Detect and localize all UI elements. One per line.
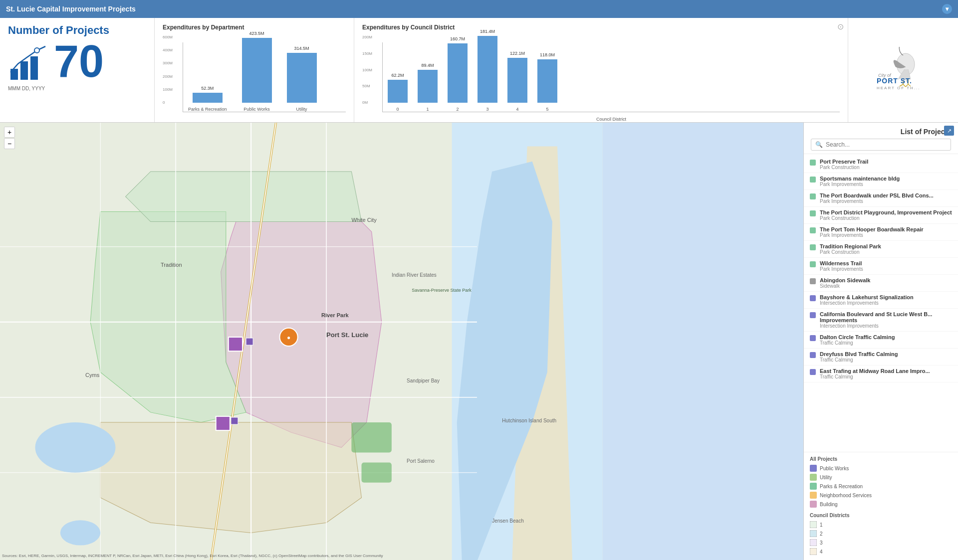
project-name: Dreyfuss Blvd Traffic Calming <box>820 351 898 357</box>
council-bar-1: 89.4M 1 <box>418 63 438 112</box>
expenditures-council-title: Expenditures by Council District <box>362 24 840 31</box>
zoom-in-button[interactable]: + <box>4 127 15 138</box>
project-info: Dreyfuss Blvd Traffic Calming Traffic Ca… <box>820 351 898 363</box>
dept-bar-utility-label: Utility <box>296 107 307 112</box>
list-item[interactable]: The Port Boardwalk under PSL Blvd Cons..… <box>804 190 958 207</box>
project-info: Dalton Circle Traffic Calming Traffic Ca… <box>820 334 895 346</box>
council-x-axis-label: Council District <box>596 117 626 122</box>
list-item[interactable]: Abingdon Sidewalk Sidewalk <box>804 275 958 292</box>
project-name: California Boulevard and St Lucie West B… <box>820 311 952 323</box>
project-name: Tradition Regional Park <box>820 243 881 249</box>
list-item[interactable]: California Boulevard and St Lucie West B… <box>804 309 958 332</box>
legend-color-dot <box>810 492 817 499</box>
project-type: Park Construction <box>820 215 952 221</box>
dept-y-axis: 600M 400M 300M 200M 100M 0 <box>163 35 173 105</box>
project-type: Sidewalk <box>820 283 870 289</box>
main-content: ● Port St. Lucie Tradition Cyms White Ci… <box>0 123 958 560</box>
list-item[interactable]: Wilderness Trail Park Improvements <box>804 258 958 275</box>
svg-text:Indian River Estates: Indian River Estates <box>392 272 437 278</box>
project-name: Abingdon Sidewalk <box>820 277 870 283</box>
svg-text:Port St. Lucie: Port St. Lucie <box>326 331 368 339</box>
projects-panel-title: Number of Projects <box>8 24 146 37</box>
dept-bar-utility-rect <box>287 53 317 103</box>
district-legend-item: 1 <box>810 520 952 529</box>
project-info: East Trafing at Midway Road Lane Impro..… <box>820 368 930 379</box>
list-item[interactable]: Dreyfuss Blvd Traffic Calming Traffic Ca… <box>804 349 958 366</box>
council-bar-0-label: 0 <box>396 107 399 112</box>
search-icon: 🔍 <box>815 141 823 148</box>
council-bar-0: 62.2M 0 <box>388 73 408 112</box>
project-dot <box>810 177 816 183</box>
legend-label: Parks & Recreation <box>820 484 863 489</box>
legend-all-projects-title: All Projects <box>810 456 952 462</box>
project-dot <box>810 244 816 250</box>
list-item[interactable]: Port Preserve Trail Park Construction <box>804 156 958 173</box>
svg-rect-1 <box>20 61 28 80</box>
svg-rect-61 <box>810 501 817 508</box>
search-input[interactable] <box>826 141 947 148</box>
district-label: 4 <box>820 549 823 555</box>
search-box[interactable]: 🔍 <box>811 139 951 151</box>
council-y-0m: 0M <box>362 100 372 105</box>
legend-section: All Projects Public Works Utility Parks … <box>804 452 958 560</box>
svg-rect-64 <box>810 539 817 546</box>
project-type: Traffic Calming <box>820 374 930 379</box>
council-bar-1-rect <box>418 70 438 103</box>
council-bar-2: 160.7M 2 <box>448 36 468 112</box>
project-name: The Port Boardwalk under PSL Blvd Cons..… <box>820 192 934 198</box>
svg-text:River Park: River Park <box>321 312 349 318</box>
list-item[interactable]: Tradition Regional Park Park Constructio… <box>804 241 958 258</box>
project-info: Wilderness Trail Park Improvements <box>820 260 863 272</box>
zoom-out-button[interactable]: − <box>4 138 15 149</box>
council-bar-3: 181.4M 3 <box>478 29 497 112</box>
council-bar-5-value: 118.0M <box>540 52 555 57</box>
user-menu-button[interactable]: ▾ <box>942 4 952 14</box>
svg-rect-42 <box>216 416 230 430</box>
list-item[interactable]: The Port District Playground, Improvemen… <box>804 207 958 224</box>
council-bar-2-label: 2 <box>456 107 459 112</box>
project-name: The Port Tom Hooper Boardwalk Repair <box>820 226 924 232</box>
projects-date-label: MMM DD, YYYY <box>8 86 146 91</box>
project-name: Port Preserve Trail <box>820 159 868 165</box>
list-item[interactable]: East Trafing at Midway Road Lane Impro..… <box>804 366 958 382</box>
trend-chart-icon <box>8 41 48 81</box>
council-bar-5-rect <box>537 59 557 103</box>
map-area[interactable]: ● Port St. Lucie Tradition Cyms White Ci… <box>0 123 803 560</box>
council-bar-0-value: 62.2M <box>391 73 404 78</box>
svg-text:HEART OF TH...: HEART OF TH... <box>877 86 921 90</box>
svg-rect-40 <box>229 337 242 351</box>
district-color-dot <box>810 548 817 555</box>
sidebar: ↗ List of Projects 🔍 Port Preserve Trail… <box>803 123 958 560</box>
council-bar-0-rect <box>388 80 408 103</box>
dept-bar-publicworks-label: Public Works <box>243 107 269 112</box>
district-legend-item: 2 <box>810 529 952 538</box>
dept-bar-utility-value: 314.5M <box>294 46 309 51</box>
panel-expand-icon[interactable]: ⊙ <box>837 22 844 31</box>
project-dot <box>810 312 816 318</box>
svg-text:Hutchinson Island South: Hutchinson Island South <box>502 418 556 423</box>
svg-rect-2 <box>30 56 38 80</box>
svg-rect-65 <box>810 548 817 555</box>
legend-items: Public Works Utility Parks & Recreation … <box>810 464 952 509</box>
council-bar-3-label: 3 <box>486 107 488 112</box>
dept-bar-parks-value: 52.3M <box>201 86 214 91</box>
project-name: Sportsmans maintenance bldg <box>820 176 900 182</box>
svg-point-3 <box>34 48 39 53</box>
project-type: Park Construction <box>820 165 868 170</box>
list-item[interactable]: Bayshore & Lakehurst Signalization Inter… <box>804 292 958 309</box>
project-info: The Port District Playground, Improvemen… <box>820 209 952 221</box>
council-bar-1-label: 1 <box>426 107 429 112</box>
svg-point-37 <box>60 520 101 545</box>
district-color-dot <box>810 521 817 528</box>
list-item[interactable]: Sportsmans maintenance bldg Park Improve… <box>804 173 958 190</box>
legend-districts-title: Council Districts <box>810 513 952 518</box>
district-label: 2 <box>820 531 823 537</box>
list-item[interactable]: Dalton Circle Traffic Calming Traffic Ca… <box>804 332 958 349</box>
svg-rect-63 <box>810 530 817 537</box>
sidebar-expand-button[interactable]: ↗ <box>944 126 954 136</box>
logo-panel: City of PORT ST. HEART OF TH... <box>848 18 958 122</box>
svg-text:Tradition: Tradition <box>161 262 182 268</box>
project-dot <box>810 369 816 375</box>
list-item[interactable]: The Port Tom Hooper Boardwalk Repair Par… <box>804 224 958 241</box>
dept-bar-utility: 314.5M Utility <box>287 46 317 112</box>
